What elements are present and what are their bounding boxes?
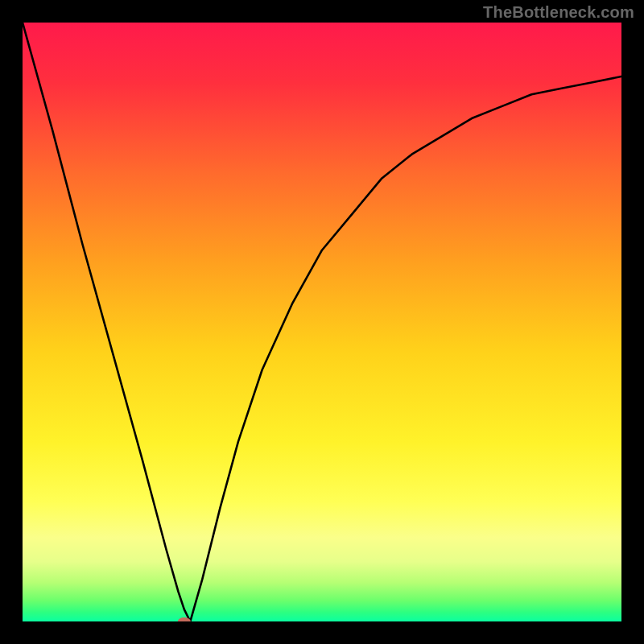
plot-area [23, 23, 621, 621]
watermark-label: TheBottleneck.com [483, 3, 634, 22]
chart-frame: TheBottleneck.com [0, 0, 644, 644]
bottleneck-chart [23, 23, 621, 621]
gradient-background [23, 23, 621, 621]
